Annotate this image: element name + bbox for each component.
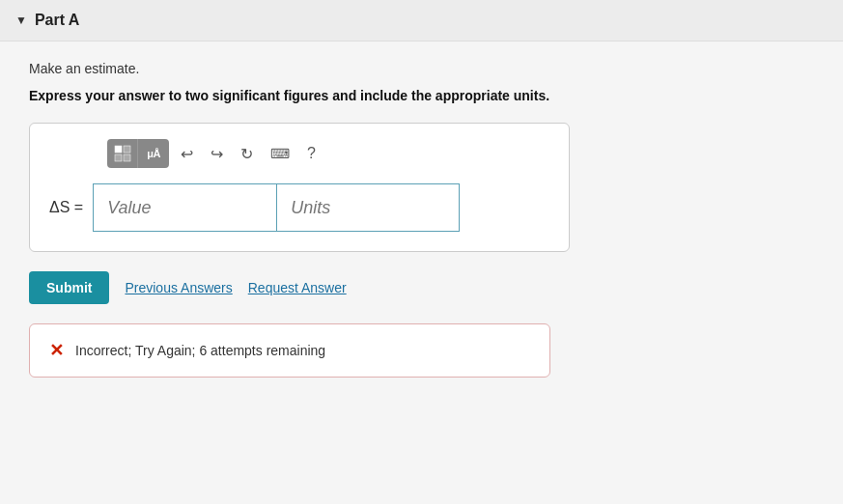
instruction-text: Make an estimate. [29, 61, 814, 76]
template-btn-group: μÅ [107, 139, 169, 168]
content-area: Make an estimate. Express your answer to… [19, 61, 824, 378]
template-icon-button[interactable] [107, 139, 138, 168]
undo-button[interactable]: ↩ [175, 141, 199, 167]
page-container: ▼ Part A Make an estimate. Express your … [19, 0, 824, 378]
request-answer-button[interactable]: Request Answer [248, 280, 347, 295]
svg-rect-1 [124, 146, 130, 153]
help-button[interactable]: ? [301, 141, 322, 166]
chevron-down-icon[interactable]: ▼ [15, 14, 27, 27]
keyboard-icon: ⌨ [270, 146, 290, 161]
redo-button[interactable]: ↪ [205, 141, 229, 167]
submit-button[interactable]: Submit [29, 271, 109, 304]
value-input[interactable] [93, 183, 276, 232]
toolbar: μÅ ↩ ↪ ↻ ⌨ ? [49, 139, 549, 168]
svg-rect-2 [115, 154, 122, 161]
input-row: ΔS = [49, 183, 549, 232]
error-icon: ✕ [49, 340, 64, 361]
feedback-box: ✕ Incorrect; Try Again; 6 attempts remai… [29, 323, 550, 378]
part-header: ▼ Part A [0, 0, 843, 42]
svg-rect-3 [124, 154, 130, 161]
delta-s-label: ΔS = [49, 199, 83, 216]
feedback-text: Incorrect; Try Again; 6 attempts remaini… [75, 343, 325, 358]
redo-icon: ↪ [211, 145, 223, 163]
mu-button[interactable]: μÅ [138, 139, 169, 168]
refresh-button[interactable]: ↻ [235, 141, 259, 167]
svg-rect-0 [115, 146, 122, 153]
previous-answers-button[interactable]: Previous Answers [125, 280, 232, 295]
units-input[interactable] [276, 183, 460, 232]
undo-icon: ↩ [181, 145, 193, 163]
keyboard-button[interactable]: ⌨ [265, 142, 295, 165]
help-icon: ? [307, 145, 316, 162]
button-row: Submit Previous Answers Request Answer [29, 271, 814, 304]
refresh-icon: ↻ [240, 145, 253, 163]
answer-box: μÅ ↩ ↪ ↻ ⌨ ? ΔS = [29, 123, 570, 252]
bold-instruction: Express your answer to two significant f… [29, 88, 814, 103]
part-title: Part A [35, 12, 80, 29]
